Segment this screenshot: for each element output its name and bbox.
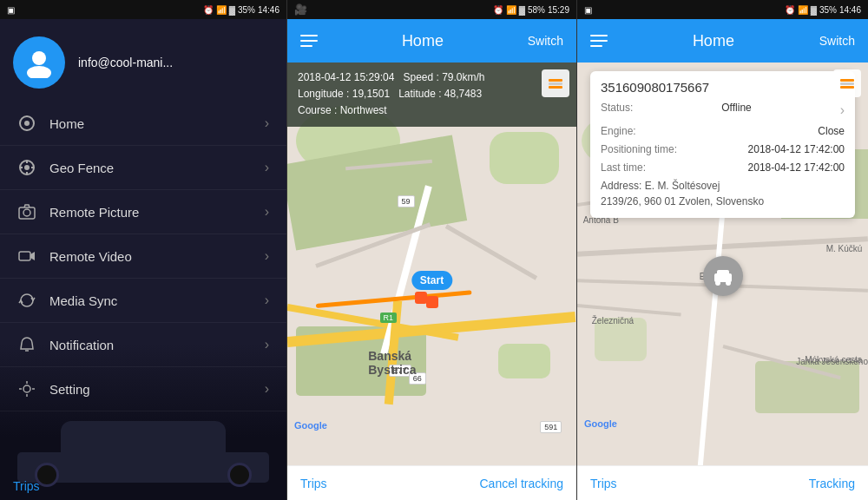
trip-datetime: 2018-04-12 15:29:04 Speed : 79.0km/h xyxy=(298,69,566,86)
menu-item-remote-picture[interactable]: Remote Picture › xyxy=(0,190,286,234)
menu-item-setting[interactable]: Setting › xyxy=(0,367,286,411)
chevron-setting: › xyxy=(265,381,269,397)
menu-item-setting-left: Setting xyxy=(17,379,90,398)
app-bar-title-p3: Home xyxy=(693,32,734,50)
svg-rect-25 xyxy=(840,86,854,89)
map-container-p3: 351609080175667 Status: Offline › Engine… xyxy=(577,62,868,465)
layer-toggle-p3[interactable] xyxy=(833,69,861,97)
svg-point-15 xyxy=(23,385,30,392)
status-row: Status: Offline › xyxy=(601,100,845,121)
chevron-remote-video: › xyxy=(265,248,269,264)
address-label: Address: xyxy=(601,180,641,192)
menu-item-geo-fence-left: Geo Fence xyxy=(17,158,114,177)
signal-icon-p3: ▓ xyxy=(811,5,817,15)
trips-button-p3[interactable]: Trips xyxy=(590,477,617,490)
google-logo-p2: Google xyxy=(294,420,327,431)
google-logo-p3: Google xyxy=(584,418,617,429)
svg-point-28 xyxy=(715,280,720,286)
road-label-591: 591 xyxy=(540,421,562,433)
avatar xyxy=(13,36,65,89)
menu-item-media-sync[interactable]: Media Sync › xyxy=(0,279,286,323)
battery-icon: ▓ xyxy=(229,5,235,15)
hamburger-menu-p3[interactable] xyxy=(590,35,608,47)
engine-value: Close xyxy=(818,123,845,139)
switch-button-p2[interactable]: Switch xyxy=(528,34,563,48)
setting-icon xyxy=(17,379,36,398)
notification-icon xyxy=(17,335,36,354)
chevron-media-sync: › xyxy=(265,293,269,308)
status-bar-panel2: 🎥 ⏰ 📶 ▓ 58% 15:29 xyxy=(287,0,576,19)
menu-label-remote-picture: Remote Picture xyxy=(49,205,139,220)
car-pin xyxy=(703,256,743,296)
road-label-59: 59 xyxy=(398,195,415,207)
trips-button-p2[interactable]: Trips xyxy=(300,477,327,490)
alarm-icon: ⏰ xyxy=(203,5,214,15)
road-label-r1: R1 xyxy=(380,312,398,323)
svg-rect-23 xyxy=(840,79,854,82)
menu-item-media-sync-left: Media Sync xyxy=(17,291,117,310)
status-left-p3: ▣ xyxy=(584,5,592,15)
tracking-panel: ▣ ⏰ 📶 ▓ 35% 14:46 Home Switch 351609 xyxy=(577,0,868,500)
trip-info-overlay: 2018-04-12 15:29:04 Speed : 79.0km/h Lon… xyxy=(287,62,576,127)
cancel-tracking-button[interactable]: Cancel tracking xyxy=(480,477,564,490)
bottom-bar-p3: Trips Tracking xyxy=(577,465,868,500)
app-bar-panel2: Home Switch xyxy=(287,19,576,62)
alarm-icon-p2: ⏰ xyxy=(493,5,503,15)
svg-rect-12 xyxy=(19,252,30,260)
lasttime-label: Last time: xyxy=(601,160,646,175)
bottom-bar-p2: Trips Cancel tracking xyxy=(287,465,576,500)
person-icon xyxy=(23,47,55,78)
home-icon xyxy=(17,114,36,133)
trips-link-p1[interactable]: Trips xyxy=(13,479,40,493)
start-marker: Start xyxy=(411,271,452,290)
app-bar-panel3: Home Switch xyxy=(577,19,868,62)
menu-label-remote-video: Remote Video xyxy=(49,249,132,264)
layer-toggle-p2[interactable] xyxy=(542,69,569,97)
sync-icon xyxy=(17,291,36,310)
car-marker-2 xyxy=(426,296,438,308)
menu-item-notification-left: Notification xyxy=(17,335,114,354)
svg-rect-27 xyxy=(717,270,729,277)
chevron-remote-picture: › xyxy=(265,204,269,220)
menu-item-remote-video[interactable]: Remote Video › xyxy=(0,234,286,279)
device-id: 351609080175667 xyxy=(601,80,845,95)
svg-rect-24 xyxy=(840,82,854,85)
lasttime-row: Last time: 2018-04-12 17:42:00 xyxy=(601,160,845,175)
street-label-7: M. Kúčkú xyxy=(826,244,863,253)
time-p2: 15:29 xyxy=(548,5,569,15)
map-container-p2: 2018-04-12 15:29:04 Speed : 79.0km/h Lon… xyxy=(287,62,576,465)
svg-point-3 xyxy=(24,121,30,126)
tracking-button[interactable]: Tracking xyxy=(809,477,855,490)
svg-point-1 xyxy=(27,66,51,78)
switch-button-p3[interactable]: Switch xyxy=(819,34,855,48)
chevron-notification: › xyxy=(265,337,269,352)
status-label: Status: xyxy=(601,100,633,121)
svg-rect-20 xyxy=(549,79,562,82)
camera-icon xyxy=(17,202,36,221)
street-label-3: Železničná xyxy=(592,316,634,326)
menu-item-home[interactable]: Home › xyxy=(0,102,286,146)
street-label-8: Mókvská cesta xyxy=(805,355,862,365)
menu-label-geo-fence: Geo Fence xyxy=(49,161,114,175)
geo-fence-icon xyxy=(17,158,36,177)
battery-p3: 35% xyxy=(819,5,837,15)
wifi-icon-p2: 📶 xyxy=(506,5,516,15)
sim-icon: ▣ xyxy=(7,5,15,15)
app-bar-title-p2: Home xyxy=(402,32,444,50)
svg-point-29 xyxy=(726,280,731,286)
device-info-card: 351609080175667 Status: Offline › Engine… xyxy=(590,71,855,218)
status-right-p2: ⏰ 📶 ▓ 58% 15:29 xyxy=(493,5,569,15)
positioning-label: Positioning time: xyxy=(601,141,677,157)
car-marker-1 xyxy=(415,292,427,304)
menu-item-geo-fence[interactable]: Geo Fence › xyxy=(0,146,286,190)
battery-percent-p1: 35% xyxy=(238,5,255,15)
signal-icon-p2: ▓ xyxy=(519,5,525,15)
menu-item-remote-video-left: Remote Video xyxy=(17,247,132,266)
menu-item-notification[interactable]: Notification › xyxy=(0,323,286,367)
status-chevron[interactable]: › xyxy=(840,100,845,121)
hamburger-menu-p2[interactable] xyxy=(300,35,318,47)
svg-marker-13 xyxy=(30,252,35,260)
trip-coords: Longitude : 19,1501 Latitude : 48,7483 xyxy=(298,86,566,102)
svg-point-5 xyxy=(24,165,30,170)
time-p3: 14:46 xyxy=(839,5,861,15)
